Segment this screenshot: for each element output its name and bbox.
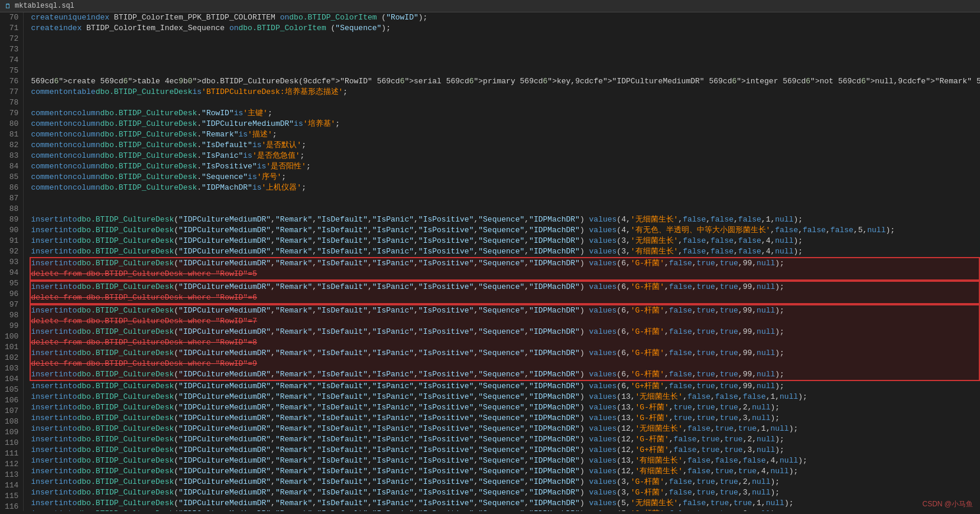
code-line [31, 97, 980, 108]
code-line: insert into dbo.BTIDP_CultureDesk("IDPCu… [31, 466, 980, 477]
code-line: create index BTIDP_ColorItem_Index_Seque… [31, 23, 980, 34]
code-line [31, 204, 980, 214]
filename: mktablesql.sql [15, 2, 74, 10]
code-line: insert into dbo.BTIDP_CultureDesk("IDPCu… [31, 424, 980, 434]
code-line: comment on column dbo.BTIDP_CultureDesk.… [31, 172, 980, 183]
code-line: comment on column dbo.BTIDP_CultureDesk.… [31, 151, 980, 161]
code-line [31, 34, 980, 44]
code-line: comment on table dbo.BTIDP_CultureDesk i… [31, 87, 980, 97]
code-line: 569cd6">create 569cd6">table 4ec9b0">dbo… [31, 76, 980, 87]
highlighted-group: insert into dbo.BTIDP_CultureDesk("IDPCu… [30, 281, 980, 304]
code-line: insert into dbo.BTIDP_CultureDesk("IDPCu… [31, 381, 980, 392]
code-line: create unique index BTIDP_ColorItem_PPK_… [31, 12, 980, 23]
code-line [31, 193, 980, 204]
code-line: comment on column dbo.BTIDP_CultureDesk.… [31, 108, 980, 119]
code-line: delete from dbo.BTIDP_CultureDesk where … [31, 292, 979, 303]
code-line [31, 44, 980, 55]
file-icon: 🗒 [5, 2, 11, 10]
code-line: insert into dbo.BTIDP_CultureDesk("IDPCu… [31, 477, 980, 487]
code-line: insert into dbo.BTIDP_CultureDesk("IDPCu… [31, 236, 980, 246]
code-line: insert into dbo.BTIDP_CultureDesk("IDPCu… [31, 348, 979, 359]
code-line: insert into dbo.BTIDP_CultureDesk("IDPCu… [31, 402, 980, 413]
code-line: delete from dbo.BTIDP_CultureDesk where … [31, 337, 979, 348]
code-line: comment on column dbo.BTIDP_CultureDesk.… [31, 140, 980, 151]
code-line: comment on column dbo.BTIDP_CultureDesk.… [31, 161, 980, 172]
code-line: insert into dbo.BTIDP_CultureDesk("IDPCu… [31, 214, 980, 225]
code-line: insert into dbo.BTIDP_CultureDesk("IDPCu… [31, 246, 980, 257]
highlighted-group: insert into dbo.BTIDP_CultureDesk("IDPCu… [30, 304, 980, 381]
code-line: insert into dbo.BTIDP_CultureDesk("IDPCu… [31, 445, 980, 456]
code-line: comment on column dbo.BTIDP_CultureDesk.… [31, 183, 980, 193]
highlighted-group: insert into dbo.BTIDP_CultureDesk("IDPCu… [30, 257, 980, 281]
code-line: insert into dbo.BTIDP_CultureDesk("IDPCu… [31, 392, 980, 402]
code-area[interactable]: create unique index BTIDP_ColorItem_PPK_… [24, 12, 980, 511]
code-line [31, 66, 980, 76]
code-line: insert into dbo.BTIDP_CultureDesk("IDPCu… [31, 327, 979, 337]
code-line: delete from dbo.BTIDP_CultureDesk where … [31, 269, 979, 279]
code-line: delete from dbo.BTIDP_CultureDesk where … [31, 359, 979, 369]
code-line: insert into dbo.BTIDP_CultureDesk("IDPCu… [31, 413, 980, 424]
title-bar: 🗒 mktablesql.sql [0, 0, 980, 12]
code-line: delete from dbo.BTIDP_CultureDesk where … [31, 316, 979, 327]
code-line: insert into dbo.BTIDP_CultureDesk("IDPCu… [31, 225, 980, 236]
code-line [31, 55, 980, 66]
code-line: comment on column dbo.BTIDP_CultureDesk.… [31, 119, 980, 129]
code-line: insert into dbo.BTIDP_CultureDesk("IDPCu… [31, 305, 979, 316]
code-line: insert into dbo.BTIDP_CultureDesk("IDPCu… [31, 369, 979, 380]
code-line: insert into dbo.BTIDP_CultureDesk("IDPCu… [31, 498, 980, 509]
code-line: insert into dbo.BTIDP_CultureDesk("IDPCu… [31, 509, 980, 511]
watermark: CSDN @小马鱼 [922, 499, 973, 509]
editor-container: 7071727374757677787980818283848586878889… [0, 12, 980, 511]
code-line: insert into dbo.BTIDP_CultureDesk("IDPCu… [31, 487, 980, 498]
code-line: comment on column dbo.BTIDP_CultureDesk.… [31, 129, 980, 140]
code-line: insert into dbo.BTIDP_CultureDesk("IDPCu… [31, 282, 979, 292]
code-line: insert into dbo.BTIDP_CultureDesk("IDPCu… [31, 434, 980, 445]
code-line: insert into dbo.BTIDP_CultureDesk("IDPCu… [31, 456, 980, 466]
code-line: insert into dbo.BTIDP_CultureDesk("IDPCu… [31, 258, 979, 269]
line-numbers: 7071727374757677787980818283848586878889… [0, 12, 24, 511]
